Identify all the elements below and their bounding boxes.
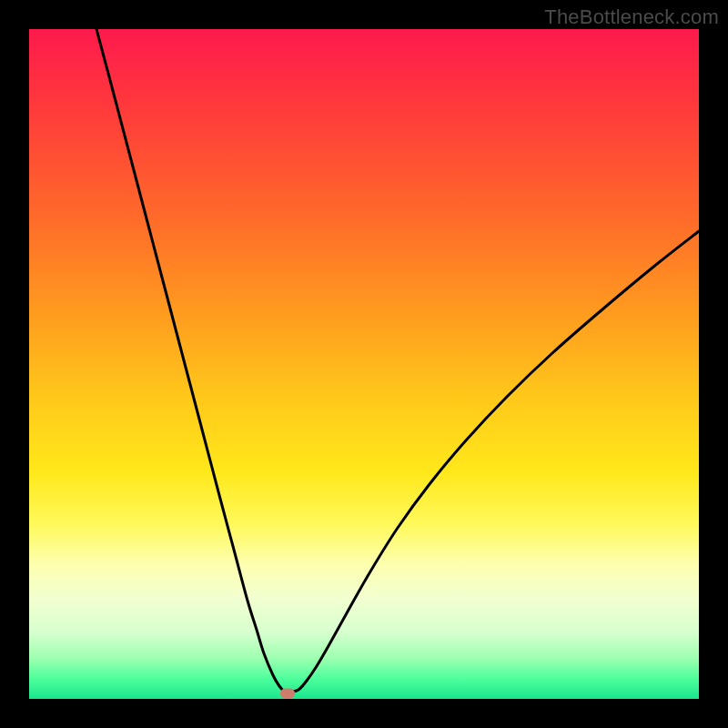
plot-area [29, 29, 699, 699]
minimum-marker [280, 689, 295, 699]
watermark-text: TheBottleneck.com [544, 5, 719, 29]
chart-frame: TheBottleneck.com [0, 0, 728, 728]
curve-svg [29, 29, 699, 699]
bottleneck-curve [96, 29, 699, 693]
